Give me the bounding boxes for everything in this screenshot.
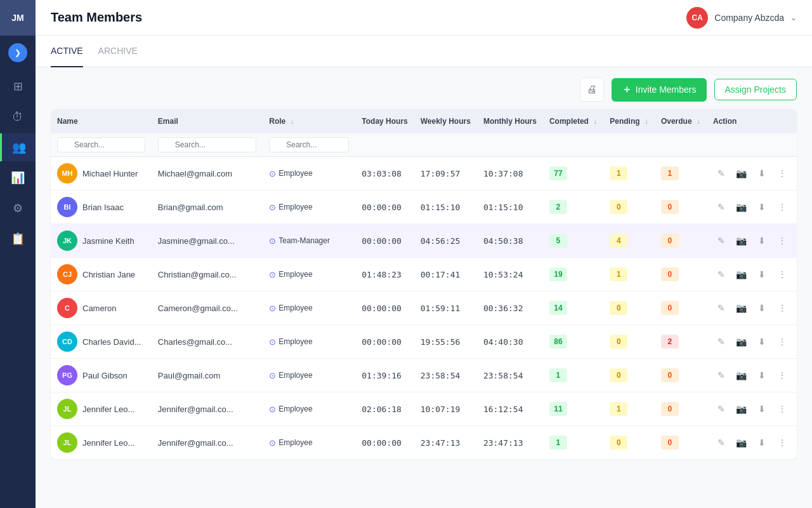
edit-icon-7[interactable]: ✎ [713, 401, 730, 417]
view-icon-7[interactable]: 📷 [733, 401, 750, 417]
print-button[interactable]: 🖨 [580, 77, 604, 102]
download-icon-6[interactable]: ⬇ [754, 367, 770, 384]
cell-email-6: Paul@gmail.com [152, 359, 263, 392]
filter-row: 🔍 🔍 🔍 [51, 133, 797, 157]
table-row: JL Jennifer Leo... Jennifer@gmail.co... … [51, 426, 797, 460]
view-icon-4[interactable]: 📷 [733, 300, 750, 316]
team-icon: 👥 [12, 140, 26, 154]
role-search-input[interactable] [269, 137, 349, 152]
filter-name-cell: 🔍 [51, 133, 152, 157]
more-icon-5[interactable]: ⋮ [774, 333, 790, 350]
view-icon-2[interactable]: 📷 [733, 232, 750, 249]
more-icon-0[interactable]: ⋮ [774, 165, 790, 182]
download-icon-4[interactable]: ⬇ [754, 300, 770, 316]
assign-projects-button[interactable]: Assign Projects [714, 79, 797, 100]
tab-archive[interactable]: ARCHIVE [98, 36, 138, 67]
download-icon-5[interactable]: ⬇ [754, 333, 770, 350]
view-icon-3[interactable]: 📷 [733, 266, 750, 283]
more-icon-7[interactable]: ⋮ [774, 401, 790, 417]
member-avatar-6: PG [57, 365, 77, 385]
sidebar-item-team[interactable]: 👥 [0, 133, 36, 161]
cell-completed-8: 1 [543, 426, 603, 460]
cell-today-2: 00:00:00 [355, 224, 414, 258]
overdue-badge-3: 0 [661, 267, 679, 281]
download-icon-1[interactable]: ⬇ [754, 199, 770, 215]
pending-badge-8: 0 [610, 436, 627, 450]
view-icon-8[interactable]: 📷 [733, 434, 750, 451]
view-icon-0[interactable]: 📷 [733, 165, 750, 182]
completed-badge-8: 1 [549, 436, 567, 450]
cell-monthly-8: 23:47:13 [477, 426, 543, 460]
more-icon-6[interactable]: ⋮ [774, 367, 790, 384]
tab-active[interactable]: ACTIVE [51, 36, 83, 67]
completed-badge-2: 5 [549, 234, 567, 248]
invite-members-button[interactable]: ＋ Invite Members [612, 78, 707, 102]
cell-completed-7: 11 [543, 392, 603, 426]
cell-weekly-8: 23:47:13 [414, 426, 477, 460]
cell-action-3: ✎ 📷 ⬇ ⋮ [707, 258, 797, 291]
edit-icon-8[interactable]: ✎ [713, 434, 730, 451]
settings-icon: ⚙ [13, 201, 23, 215]
sidebar-item-dashboard[interactable]: ⊞ [0, 72, 36, 100]
more-icon-4[interactable]: ⋮ [774, 300, 790, 316]
cell-name-2: JK Jasmine Keith [51, 224, 152, 258]
cell-today-6: 01:39:16 [355, 359, 414, 392]
edit-icon-5[interactable]: ✎ [713, 333, 730, 350]
table-header-row: Name Email Role ↓ Today Hours Weekly Hou… [51, 109, 797, 133]
edit-icon-2[interactable]: ✎ [713, 232, 730, 249]
download-icon-0[interactable]: ⬇ [754, 165, 770, 182]
col-role[interactable]: Role ↓ [263, 109, 355, 133]
col-pending[interactable]: Pending ↓ [603, 109, 655, 133]
cell-today-1: 00:00:00 [355, 190, 414, 224]
sidebar-item-time[interactable]: ⏱ [0, 103, 36, 131]
table-row: MH Michael Hunter Michael@gmail.com ⊙ Em… [51, 157, 797, 190]
cell-overdue-6: 0 [655, 359, 707, 392]
download-icon-7[interactable]: ⬇ [754, 401, 770, 417]
sidebar-toggle[interactable]: ❯ [8, 43, 27, 62]
download-icon-8[interactable]: ⬇ [754, 434, 770, 451]
role-icon-1: ⊙ [269, 203, 276, 212]
sidebar-item-reports[interactable]: 📊 [0, 164, 36, 192]
email-search-input[interactable] [158, 137, 256, 152]
sidebar-item-tasks[interactable]: 📋 [0, 225, 36, 253]
cell-monthly-5: 04:40:30 [477, 325, 543, 359]
cell-pending-1: 0 [603, 190, 655, 224]
name-search-input[interactable] [57, 137, 145, 152]
overdue-badge-4: 0 [661, 301, 679, 315]
view-icon-5[interactable]: 📷 [733, 333, 750, 350]
plus-icon: ＋ [622, 83, 632, 97]
cell-pending-5: 0 [603, 325, 655, 359]
cell-completed-0: 77 [543, 157, 603, 190]
table-row: CD Charles David... Charles@gmail.co... … [51, 325, 797, 359]
view-icon-1[interactable]: 📷 [733, 199, 750, 215]
more-icon-8[interactable]: ⋮ [774, 434, 790, 451]
table-row: JL Jennifer Leo... Jennifer@gmail.co... … [51, 392, 797, 426]
table-row: BI Brian Isaac Brian@gmail.com ⊙ Employe… [51, 190, 797, 224]
more-icon-3[interactable]: ⋮ [774, 266, 790, 283]
more-icon-2[interactable]: ⋮ [774, 232, 790, 249]
view-icon-6[interactable]: 📷 [733, 367, 750, 384]
role-icon-6: ⊙ [269, 371, 276, 380]
cell-name-4: C Cameron [51, 291, 152, 325]
download-icon-2[interactable]: ⬇ [754, 232, 770, 249]
overdue-badge-7: 0 [661, 402, 679, 416]
edit-icon-1[interactable]: ✎ [713, 199, 730, 215]
edit-icon-0[interactable]: ✎ [713, 165, 730, 182]
edit-icon-6[interactable]: ✎ [713, 367, 730, 384]
cell-completed-2: 5 [543, 224, 603, 258]
role-icon-5: ⊙ [269, 337, 276, 347]
member-name-4: Cameron [82, 304, 116, 313]
sidebar-item-settings[interactable]: ⚙ [0, 194, 36, 222]
col-completed[interactable]: Completed ↓ [543, 109, 603, 133]
edit-icon-4[interactable]: ✎ [713, 300, 730, 316]
download-icon-3[interactable]: ⬇ [754, 266, 770, 283]
more-icon-1[interactable]: ⋮ [774, 199, 790, 215]
chevron-down-icon[interactable]: ⌄ [790, 13, 797, 22]
role-icon-7: ⊙ [269, 404, 276, 414]
col-overdue[interactable]: Overdue ↓ [655, 109, 707, 133]
cell-name-5: CD Charles David... [51, 325, 152, 359]
member-avatar-7: JL [57, 399, 77, 419]
edit-icon-3[interactable]: ✎ [713, 266, 730, 283]
company-avatar: CA [686, 7, 708, 29]
cell-today-5: 00:00:00 [355, 325, 414, 359]
